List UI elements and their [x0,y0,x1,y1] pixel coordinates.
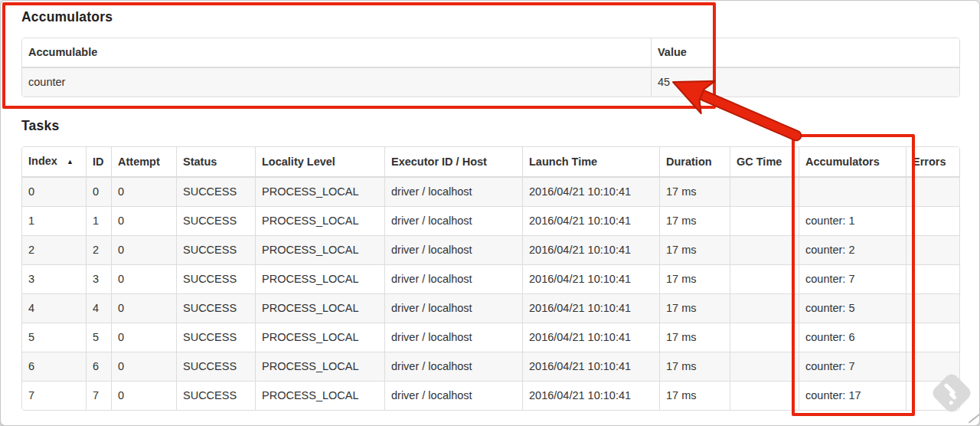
cell-launch-time: 2016/04/21 10:10:41 [523,352,660,382]
cell-locality: PROCESS_LOCAL [256,352,385,382]
cell-status: SUCCESS [177,178,256,207]
cell-index: 3 [22,265,87,294]
cell-gc-time [730,236,799,265]
task-row: 7 7 0 SUCCESS PROCESS_LOCAL driver / loc… [22,382,960,410]
tasks-section-title: Tasks [21,118,59,134]
cell-gc-time [730,352,799,382]
cell-gc-time [730,265,799,294]
cell-duration: 17 ms [660,207,730,236]
cell-attempt: 0 [112,207,177,236]
cell-attempt: 0 [112,265,177,294]
cell-status: SUCCESS [177,382,256,410]
cell-launch-time: 2016/04/21 10:10:41 [523,323,660,352]
launch-time-column-header[interactable]: Launch Time [523,147,660,178]
cell-executor: driver / localhost [385,352,523,382]
cell-id: 7 [87,382,112,410]
cell-duration: 17 ms [660,178,730,207]
cell-index: 6 [22,352,87,382]
cell-locality: PROCESS_LOCAL [256,265,385,294]
cell-index: 7 [22,382,87,410]
duration-column-header[interactable]: Duration [660,147,730,178]
value-column-header[interactable]: Value [652,38,960,68]
cell-accumulators: counter: 17 [799,382,906,410]
tasks-table: Index▲ ID Attempt Status Locality Level … [21,146,960,411]
cell-locality: PROCESS_LOCAL [256,323,385,352]
cell-status: SUCCESS [177,236,256,265]
cell-duration: 17 ms [660,323,730,352]
tasks-header-row: Index▲ ID Attempt Status Locality Level … [22,147,960,178]
cell-attempt: 0 [112,382,177,410]
cell-errors [906,236,960,265]
cell-duration: 17 ms [660,236,730,265]
cell-gc-time [730,323,799,352]
cell-locality: PROCESS_LOCAL [256,207,385,236]
locality-level-column-header[interactable]: Locality Level [256,147,385,178]
cell-launch-time: 2016/04/21 10:10:41 [523,294,660,323]
cell-duration: 17 ms [660,294,730,323]
cell-index: 1 [22,207,87,236]
cell-accumulators: counter: 2 [799,236,906,265]
cell-gc-time [730,382,799,410]
accumulators-column-header[interactable]: Accumulators [799,147,906,178]
task-row: 2 2 0 SUCCESS PROCESS_LOCAL driver / loc… [22,236,960,265]
accumulator-row: counter 45 [22,68,960,97]
cell-status: SUCCESS [177,352,256,382]
cell-duration: 17 ms [660,352,730,382]
cell-executor: driver / localhost [385,294,523,323]
cell-duration: 17 ms [660,265,730,294]
cell-executor: driver / localhost [385,323,523,352]
task-row: 5 5 0 SUCCESS PROCESS_LOCAL driver / loc… [22,323,960,352]
cell-executor: driver / localhost [385,207,523,236]
cell-locality: PROCESS_LOCAL [256,178,385,207]
cell-id: 4 [87,294,112,323]
cell-accumulators [799,178,906,207]
cell-launch-time: 2016/04/21 10:10:41 [523,178,660,207]
task-row: 6 6 0 SUCCESS PROCESS_LOCAL driver / loc… [22,352,960,382]
cell-executor: driver / localhost [385,236,523,265]
cell-attempt: 0 [112,294,177,323]
cell-attempt: 0 [112,323,177,352]
cell-index: 5 [22,323,87,352]
accumulators-section-title: Accumulators [21,9,113,25]
attempt-column-header[interactable]: Attempt [112,147,177,178]
sort-ascending-icon: ▲ [67,158,74,165]
cell-errors [906,323,960,352]
cell-id: 1 [87,207,112,236]
cell-locality: PROCESS_LOCAL [256,382,385,410]
id-column-header[interactable]: ID [87,147,112,178]
cell-attempt: 0 [112,352,177,382]
cell-errors [906,265,960,294]
cell-launch-time: 2016/04/21 10:10:41 [523,265,660,294]
cell-launch-time: 2016/04/21 10:10:41 [523,207,660,236]
cell-executor: driver / localhost [385,382,523,410]
cell-gc-time [730,207,799,236]
task-row: 3 3 0 SUCCESS PROCESS_LOCAL driver / loc… [22,265,960,294]
index-column-header[interactable]: Index▲ [22,147,87,178]
spark-stage-page: Accumulators Accumulable Value counter 4… [0,0,980,426]
cell-accumulators: counter: 1 [799,207,906,236]
cell-gc-time [730,178,799,207]
cell-id: 6 [87,352,112,382]
cell-locality: PROCESS_LOCAL [256,294,385,323]
cell-status: SUCCESS [177,207,256,236]
cell-id: 3 [87,265,112,294]
cell-id: 2 [87,236,112,265]
cell-attempt: 0 [112,236,177,265]
cell-accumulators: counter: 7 [799,265,906,294]
errors-column-header[interactable]: Errors [906,147,960,178]
gc-time-column-header[interactable]: GC Time [730,147,799,178]
cell-launch-time: 2016/04/21 10:10:41 [523,382,660,410]
accumulable-value-cell: 45 [652,68,960,97]
executor-id-host-column-header[interactable]: Executor ID / Host [385,147,523,178]
cell-locality: PROCESS_LOCAL [256,236,385,265]
cell-launch-time: 2016/04/21 10:10:41 [523,236,660,265]
cell-executor: driver / localhost [385,178,523,207]
status-column-header[interactable]: Status [177,147,256,178]
accumulable-column-header[interactable]: Accumulable [22,38,652,68]
accumulators-table: Accumulable Value counter 45 [21,38,960,97]
cell-errors [906,294,960,323]
task-row: 0 0 0 SUCCESS PROCESS_LOCAL driver / loc… [22,178,960,207]
cell-executor: driver / localhost [385,265,523,294]
cell-accumulators: counter: 6 [799,323,906,352]
cell-attempt: 0 [112,178,177,207]
